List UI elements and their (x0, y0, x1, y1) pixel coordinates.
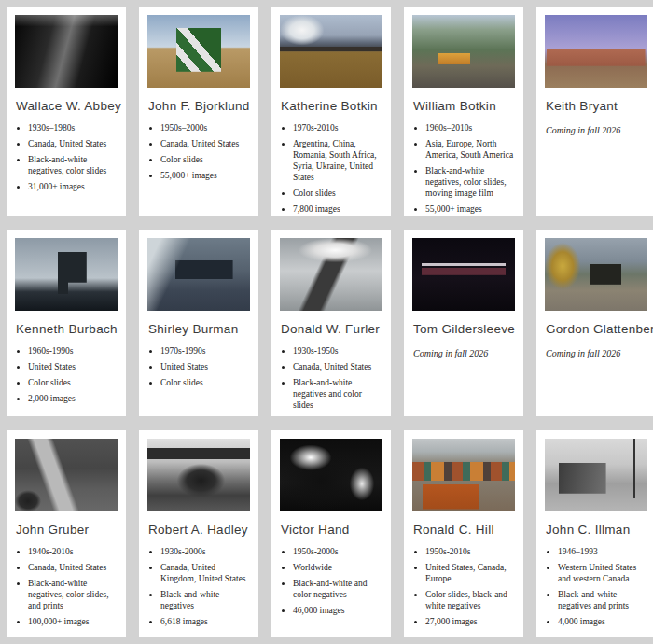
detail-item: 2,000 images (28, 393, 118, 404)
detail-item: Color slides (160, 377, 250, 388)
detail-item: Argentina, China, Romania, South Africa,… (293, 138, 382, 183)
coming-soon-label: Coming in fall 2026 (413, 348, 515, 358)
photographer-name: Donald W. Furler (281, 322, 382, 336)
photographer-name: Ronald C. Hill (413, 523, 515, 537)
photographer-card[interactable]: Robert A. Hadley 1930s-2000sCanada, Unit… (139, 430, 258, 637)
photographer-details: 1940s-2010sCanada, United StatesBlack-an… (15, 546, 118, 627)
detail-item: Worldwide (293, 562, 382, 573)
photographer-details: 1946–1993Western United States and weste… (545, 546, 647, 627)
photographer-photo (280, 15, 382, 88)
photographer-photo (545, 238, 647, 311)
detail-item: Canada, United States (160, 138, 250, 149)
photographer-name: William Botkin (413, 99, 515, 113)
detail-item: 1950s–2000s (160, 122, 250, 133)
photographer-name: Robert A. Hadley (148, 523, 250, 537)
photographer-name: Keith Bryant (546, 99, 647, 113)
photographer-card[interactable]: Kenneth Burbach 1960s-1990sUnited States… (7, 230, 126, 416)
detail-item: 1970s-2010s (293, 122, 382, 133)
detail-item: Black-and-white negatives and color slid… (293, 377, 382, 411)
photographer-details: 1930s-1950sCanada, United StatesBlack-an… (280, 345, 382, 416)
photographer-card[interactable]: Keith Bryant Coming in fall 2026 (536, 7, 653, 216)
coming-soon-label: Coming in fall 2026 (546, 125, 647, 135)
photographer-card[interactable]: Donald W. Furler 1930s-1950sCanada, Unit… (271, 230, 391, 416)
photographer-photo (412, 15, 515, 88)
photographer-name: John Gruber (16, 523, 118, 537)
detail-item: Black-and-white negatives (160, 589, 250, 611)
photographer-details: 1950s-2000sWorldwideBlack-and-white and … (280, 546, 382, 616)
detail-item: Canada, United States (28, 562, 118, 573)
collections-page: Wallace W. Abbey 1930s–1980sCanada, Unit… (0, 0, 653, 644)
photographer-name: John C. Illman (546, 523, 647, 537)
detail-item: United States, Canada, Europe (425, 562, 515, 584)
photographer-details: 1930s–1980sCanada, United StatesBlack-an… (15, 122, 118, 192)
detail-item: United States (28, 361, 118, 372)
detail-item: Canada, United States (28, 138, 118, 149)
detail-item: Color slides (28, 377, 118, 388)
photographer-grid: Wallace W. Abbey 1930s–1980sCanada, Unit… (7, 7, 653, 637)
detail-item: 100,000+ images (28, 616, 118, 627)
photographer-card[interactable]: Wallace W. Abbey 1930s–1980sCanada, Unit… (7, 7, 126, 216)
photographer-card[interactable]: William Botkin 1960s–2010sAsia, Europe, … (404, 7, 523, 216)
photographer-name: Kenneth Burbach (16, 322, 118, 336)
photographer-card[interactable]: John F. Bjorklund 1950s–2000sCanada, Uni… (139, 7, 258, 216)
photographer-photo (412, 238, 515, 311)
photographer-name: Victor Hand (281, 523, 382, 537)
detail-item: Black-and-white negatives and prints (558, 589, 647, 611)
photographer-name: Tom Gildersleeve (413, 322, 515, 336)
detail-item: 6,618 images (160, 616, 250, 627)
photographer-details: 1960s–2010sAsia, Europe, North America, … (412, 122, 515, 215)
photographer-details: 1950s-2010sUnited States, Canada, Europe… (412, 546, 515, 627)
photographer-photo (280, 439, 382, 511)
detail-item: 55,000+ images (425, 203, 515, 215)
photographer-photo (545, 15, 647, 88)
photographer-photo (15, 15, 118, 88)
detail-item: 1950s-2010s (425, 546, 515, 557)
coming-soon-label: Coming in fall 2026 (546, 348, 647, 358)
detail-item: 1946–1993 (558, 546, 647, 557)
detail-item: Canada, United States (293, 361, 382, 372)
photographer-card[interactable]: Katherine Botkin 1970s-2010sArgentina, C… (271, 7, 391, 216)
detail-item: Canada, United Kingdom, United States (160, 562, 250, 584)
photographer-photo (147, 439, 250, 511)
photographer-photo (545, 439, 647, 511)
detail-item: 1960s–2010s (425, 122, 515, 133)
detail-item: 7,800 images (293, 203, 382, 215)
photographer-details: 1930s-2000sCanada, United Kingdom, Unite… (147, 546, 250, 627)
detail-item: 1930s-2000s (160, 546, 250, 557)
detail-item: Black-and-white negatives, color slides (28, 154, 118, 176)
photographer-card[interactable]: Shirley Burman 1970s-1990sUnited StatesC… (139, 230, 258, 416)
photographer-name: Wallace W. Abbey (16, 99, 118, 113)
photographer-photo (15, 238, 118, 311)
photographer-name: Gordon Glattenberg (546, 322, 647, 336)
photographer-details: 1970s-1990sUnited StatesColor slides (147, 345, 250, 388)
photographer-card[interactable]: Gordon Glattenberg Coming in fall 2026 (536, 230, 653, 416)
photographer-photo (147, 15, 250, 88)
detail-item: 31,000+ images (28, 181, 118, 192)
detail-item: Western United States and western Canada (558, 562, 647, 584)
detail-item: 1970s-1990s (160, 345, 250, 357)
photographer-photo (412, 439, 515, 511)
detail-item: 46,000 images (293, 605, 382, 616)
detail-item: United States (160, 361, 250, 372)
photographer-card[interactable]: John C. Illman 1946–1993Western United S… (536, 430, 653, 637)
detail-item: Asia, Europe, North America, South Ameri… (425, 138, 515, 161)
photographer-details: 1970s-2010sArgentina, China, Romania, So… (280, 122, 382, 215)
photographer-card[interactable]: Ronald C. Hill 1950s-2010sUnited States,… (404, 430, 523, 637)
photographer-name: John F. Bjorklund (148, 99, 250, 113)
detail-item: 1940s-2010s (28, 546, 118, 557)
detail-item: 1960s-1990s (28, 345, 118, 357)
detail-item: 6,000+ images (293, 415, 382, 416)
detail-item: 1930s-1950s (293, 345, 382, 357)
photographer-name: Shirley Burman (148, 322, 250, 336)
photographer-card[interactable]: John Gruber 1940s-2010sCanada, United St… (7, 430, 126, 637)
detail-item: Color slides (160, 154, 250, 165)
detail-item: 1950s-2000s (293, 546, 382, 557)
photographer-card[interactable]: Tom Gildersleeve Coming in fall 2026 (404, 230, 523, 416)
detail-item: Color slides, black-and-white negatives (425, 589, 515, 611)
detail-item: 27,000 images (425, 616, 515, 627)
detail-item: 55,000+ images (160, 170, 250, 181)
photographer-photo (15, 439, 118, 511)
photographer-name: Katherine Botkin (281, 99, 382, 113)
photographer-details: 1950s–2000sCanada, United StatesColor sl… (147, 122, 250, 181)
photographer-card[interactable]: Victor Hand 1950s-2000sWorldwideBlack-an… (271, 430, 391, 637)
